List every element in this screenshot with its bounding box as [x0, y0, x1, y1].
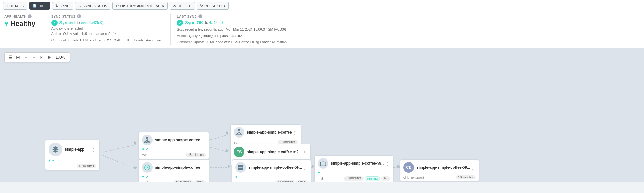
sync-status-section: SYNC STATUS i ··· ✓ Synced to evil (4a42… [51, 14, 171, 45]
pod-icon [318, 158, 328, 169]
svg-marker-7 [134, 141, 137, 144]
pod-running-badge: running [365, 176, 380, 181]
node-ce[interactable]: CE simple-app-simple-coffee-59... ⋮ cill… [400, 159, 479, 181]
pod-title: simple-app-simple-coffee-59... [331, 161, 384, 166]
ep-title: simple-app-simple-coffee [247, 130, 292, 134]
node-menu-ep[interactable]: ⋮ [292, 130, 298, 135]
ce-title: simple-app-simple-coffee-59... [416, 165, 470, 170]
node-menu-deploy[interactable]: ⋮ [200, 166, 206, 171]
sync-author: Author: QJoly <github@une-pause-cafe.fr>… [51, 31, 161, 37]
sync-comment: Comment: Update HTML code with CSS Coffe… [51, 38, 161, 43]
heart-badge-svc: ♥ [142, 147, 144, 152]
canvas-toolbar: ☰ ⊞ ＋ － ⊡ ⊕ [4, 52, 70, 62]
synced-to-text: to evil (4a42fe0) [77, 21, 103, 25]
node-ep[interactable]: simple-app-simple-coffee ⋮ ep 18 minutes [230, 124, 301, 146]
refresh-label: REFRESH [204, 4, 222, 8]
grid-icon[interactable]: ⊞ [15, 54, 21, 60]
ce-time-badge: 18 minutes [456, 175, 476, 179]
zoom-fit-icon[interactable]: ⊕ [46, 54, 52, 60]
rs-type-label: rs [235, 181, 238, 182]
svc-type-label: svc [142, 153, 147, 157]
hamburger-icon[interactable]: ☰ [7, 54, 14, 60]
svg-rect-31 [321, 162, 326, 166]
check-badge-deploy: ✔ [145, 175, 148, 179]
node-simple-app[interactable]: simple-app ⋮ ♥ ✔ 18 minutes [45, 140, 100, 170]
delete-button[interactable]: ✖ DELETE [170, 2, 195, 10]
app-health-info-icon: i [28, 14, 32, 18]
node-rs[interactable]: simple-app-simple-coffee-59... ⋮ ♥ rs 18… [232, 159, 311, 182]
node-svc[interactable]: simple-app-simple-coffee ⋮ ♥ ✔ svc 18 mi… [139, 132, 209, 159]
sync-status-button[interactable]: ⊕ SYNC STATUS [75, 2, 111, 10]
last-sync-more[interactable]: ··· [620, 14, 624, 19]
ep-time-badge: 18 minutes [278, 140, 298, 144]
rs-icon [235, 162, 246, 173]
app-health-status: ♥ Healthy [4, 20, 35, 28]
toolbar: ℹ DETAILS 📄 DIFF ↻ SYNC ⊕ SYNC STATUS ↩ … [0, 0, 644, 12]
node-menu-simple-app[interactable]: ⋮ [91, 148, 96, 153]
sync-status-row: ✓ Synced to evil (4a42fe0) [51, 20, 161, 26]
refresh-button[interactable]: ↻ REFRESH ▾ [197, 2, 229, 10]
svg-rect-25 [238, 134, 240, 135]
check-badge-svc: ✔ [145, 147, 148, 152]
svg-marker-12 [312, 165, 314, 168]
svg-rect-14 [147, 137, 148, 138]
delete-icon: ✖ [173, 4, 176, 8]
pod-fraction-badge: 1/1 [381, 176, 390, 181]
last-sync-label: LAST SYNC i [177, 14, 202, 18]
auto-sync-text: Auto sync is enabled. [51, 26, 161, 30]
node-pod[interactable]: simple-app-simple-coffee-59... ⋮ ♥ pod 1… [314, 155, 393, 182]
zoom-in-icon[interactable]: ＋ [22, 54, 29, 61]
node-menu-endpointslice[interactable]: ⋮ [302, 150, 307, 155]
heart-badge-deploy: ♥ [142, 175, 144, 179]
diff-button[interactable]: 📄 DIFF [29, 2, 50, 10]
endpointslice-title: simple-app-simple-coffee-m2... [247, 150, 302, 154]
app-health-label: APP HEALTH i [4, 14, 32, 18]
sync-status-icon: ⊕ [78, 4, 81, 8]
es-avatar: ES [234, 147, 244, 157]
svg-marker-11 [228, 165, 230, 168]
svc-title: simple-app-simple-coffee [155, 138, 200, 142]
zoom-out-icon[interactable]: － [31, 54, 37, 61]
sync-status-info-icon: i [77, 14, 81, 18]
sync-icon: ↻ [55, 4, 58, 8]
node-menu-pod[interactable]: ⋮ [384, 162, 390, 167]
fit-icon[interactable]: ⊡ [39, 54, 45, 60]
node-menu-ce[interactable]: ⋮ [470, 166, 476, 171]
zoom-input[interactable] [54, 54, 67, 60]
details-button[interactable]: ℹ DETAILS [3, 2, 27, 10]
pod-time-badge: 18 minutes [344, 176, 364, 181]
last-sync-time: Succeeded a few seconds ago (Mon Mar 11 … [177, 27, 624, 32]
chevron-down-icon: ▾ [224, 4, 225, 7]
last-sync-section: LAST SYNC i ··· ✓ Sync OK to 4a42fe0 Suc… [177, 14, 633, 45]
sync-status-more[interactable]: ··· [157, 14, 161, 19]
heart-badge: ♥ [49, 158, 51, 162]
svg-rect-24 [237, 134, 238, 135]
rs-rev-badge: rev:1 [296, 180, 308, 182]
ep-icon [234, 127, 244, 138]
node-menu-rs[interactable]: ⋮ [302, 166, 308, 171]
diff-icon: 📄 [33, 4, 37, 8]
svg-rect-15 [145, 142, 146, 143]
svg-marker-8 [134, 166, 137, 169]
svg-rect-17 [148, 142, 150, 143]
node-deploy[interactable]: simple-app-simple-coffee ⋮ ♥ ✔ deploy 18… [139, 159, 209, 182]
history-icon: ↩ [116, 4, 119, 8]
rs-title: simple-app-simple-coffee-59... [248, 165, 302, 170]
synced-branch-link[interactable]: evil (4a42fe0) [81, 21, 104, 25]
history-button[interactable]: ↩ HISTORY AND ROLLBACK [112, 2, 168, 10]
last-sync-commit-link[interactable]: 4a42fe0 [209, 21, 223, 25]
status-bar: APP HEALTH i ♥ Healthy SYNC STATUS i ···… [0, 12, 644, 48]
time-badge: 18 minutes [77, 164, 96, 168]
svg-marker-13 [397, 165, 400, 168]
deploy-icon [142, 162, 153, 173]
deploy-title: simple-app-simple-coffee [155, 165, 200, 170]
last-sync-row: ✓ Sync OK to 4a42fe0 [177, 20, 624, 26]
node-menu-svc[interactable]: ⋮ [200, 138, 206, 143]
app-health-section: APP HEALTH i ♥ Healthy [4, 14, 45, 45]
ce-avatar: CE [403, 162, 414, 173]
deploy-rev-badge: rev:1 [194, 180, 205, 182]
last-sync-author: Author: QJoly <github@une-pause-cafe.fr>… [177, 33, 624, 39]
heart-badge-pod: ♥ [318, 171, 320, 175]
sync-button[interactable]: ↻ SYNC [52, 2, 73, 10]
details-icon: ℹ [7, 4, 8, 8]
